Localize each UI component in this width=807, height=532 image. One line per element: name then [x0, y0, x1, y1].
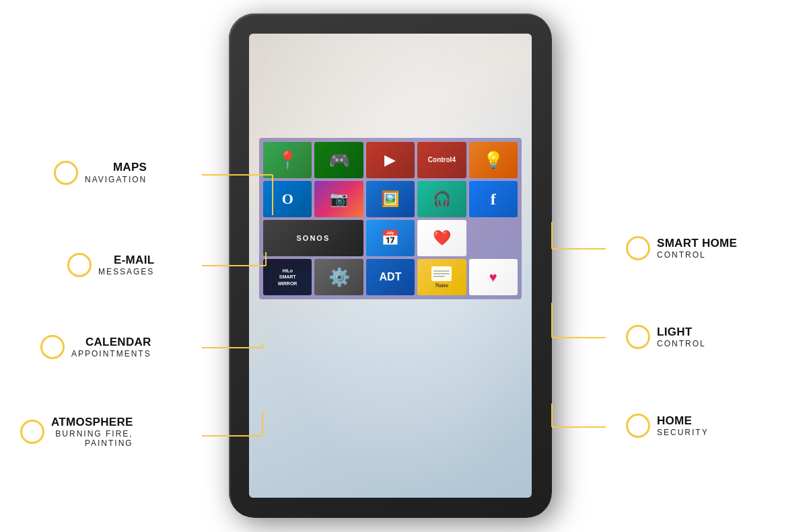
- tile-calendar2[interactable]: 📅: [366, 220, 415, 256]
- callout-smarthome-text: SMART HOME CONTROL: [657, 237, 737, 260]
- adt-label: ADT: [380, 271, 402, 283]
- callout-smarthome: SMART HOME CONTROL: [626, 236, 737, 260]
- email-circle: [67, 253, 92, 277]
- light-circle: [626, 325, 650, 349]
- notes-paper-icon: [431, 266, 452, 281]
- app-row-2: O 📷 🖼️ 🎧 f: [263, 181, 518, 217]
- tile-notes[interactable]: Notes: [417, 259, 466, 295]
- hilo-label: HiLoSMARTMIRROR: [278, 268, 297, 286]
- googlefit2-icon: ♥: [489, 270, 497, 285]
- tile-googlefit[interactable]: ❤️: [417, 220, 466, 256]
- video-icon: ▶: [384, 151, 396, 169]
- smarthome-subtitle: CONTROL: [657, 250, 737, 260]
- homesecurity-subtitle: SECURITY: [657, 428, 709, 437]
- tile-video[interactable]: ▶: [366, 142, 415, 178]
- app-row-3: SONOS 📅 ❤️: [263, 220, 518, 256]
- tile-headphones[interactable]: 🎧: [417, 181, 466, 217]
- sonos-label: SONOS: [297, 234, 330, 242]
- facebook-icon: f: [491, 190, 496, 208]
- light-title: LIGHT: [657, 326, 706, 339]
- tile-settings[interactable]: ⚙️: [314, 259, 363, 295]
- notes-label: Notes: [435, 282, 448, 289]
- callout-calendar: CALENDAR APPOINTMENTS: [40, 335, 151, 359]
- email-subtitle: MESSAGES: [98, 267, 154, 276]
- maps-circle: [54, 161, 78, 185]
- tile-sonos[interactable]: SONOS: [263, 220, 363, 256]
- atmosphere-title: ATMOSPHERE: [51, 416, 133, 429]
- bulb-icon: 💡: [483, 151, 503, 169]
- callout-calendar-text: CALENDAR APPOINTMENTS: [71, 336, 151, 358]
- calendar-circle: [40, 335, 65, 359]
- instagram-icon: 📷: [330, 190, 348, 208]
- light-subtitle: CONTROL: [657, 339, 706, 348]
- callout-light-text: LIGHT CONTROL: [657, 326, 706, 348]
- tile-outlook[interactable]: O: [263, 181, 312, 217]
- outlook-icon: O: [282, 190, 293, 208]
- callout-atmosphere: ATMOSPHERE BURNING FIRE, PAINTING: [20, 416, 133, 448]
- tile-instagram[interactable]: 📷: [314, 181, 363, 217]
- homesecurity-circle: [626, 414, 650, 438]
- tile-hilo[interactable]: HiLoSMARTMIRROR: [263, 259, 312, 295]
- email-title: E-MAIL: [98, 254, 154, 267]
- settings-icon: ⚙️: [328, 267, 350, 288]
- callout-homesecurity-text: HOME SECURITY: [657, 414, 709, 437]
- tablet-screen: 📍 🎮 ▶ Control4 💡: [249, 34, 532, 498]
- maps-subtitle: NAVIGATION: [85, 175, 147, 186]
- app-grid-container: 📍 🎮 ▶ Control4 💡: [259, 138, 522, 299]
- app-row-4: HiLoSMARTMIRROR ⚙️ ADT Notes: [263, 259, 518, 295]
- smarthome-title: SMART HOME: [657, 237, 737, 250]
- atmosphere-circle: [20, 420, 44, 444]
- callout-email: E-MAIL MESSAGES: [67, 253, 154, 277]
- tile-facebook[interactable]: f: [469, 181, 518, 217]
- tile-xbox[interactable]: 🎮: [314, 142, 363, 178]
- tile-light[interactable]: 💡: [469, 142, 518, 178]
- homesecurity-title: HOME: [657, 414, 709, 428]
- calendar-title: CALENDAR: [71, 336, 151, 349]
- tile-control4[interactable]: Control4: [417, 142, 466, 178]
- photos-icon: 🖼️: [381, 190, 399, 208]
- atmosphere-subtitle: BURNING FIRE,: [51, 429, 133, 439]
- headphones-icon: 🎧: [433, 190, 451, 208]
- atmosphere-subtitle2: PAINTING: [51, 439, 133, 448]
- googlefit-icon: ❤️: [433, 229, 451, 247]
- tile-googlefit2[interactable]: ♥: [469, 259, 518, 295]
- calendar2-icon: 📅: [381, 229, 399, 247]
- tile-adt[interactable]: ADT: [366, 259, 415, 295]
- calendar-subtitle: APPOINTMENTS: [71, 349, 151, 358]
- callout-atmosphere-text: ATMOSPHERE BURNING FIRE, PAINTING: [51, 416, 133, 448]
- maps-pin-icon: 📍: [277, 150, 298, 171]
- xbox-icon: 🎮: [328, 150, 350, 171]
- callout-maps: MAPS NAVIGATION: [54, 160, 147, 186]
- control4-label: Control4: [428, 156, 456, 164]
- app-row-1: 📍 🎮 ▶ Control4 💡: [263, 142, 518, 178]
- tile-photos[interactable]: 🖼️: [366, 181, 415, 217]
- maps-title: MAPS: [85, 160, 147, 175]
- tablet-device: 📍 🎮 ▶ Control4 💡: [229, 13, 552, 518]
- callout-maps-text: MAPS NAVIGATION: [85, 160, 147, 186]
- callout-homesecurity: HOME SECURITY: [626, 414, 709, 438]
- smarthome-circle: [626, 236, 650, 260]
- tile-maps[interactable]: 📍: [263, 142, 312, 178]
- callout-light: LIGHT CONTROL: [626, 325, 706, 349]
- callout-email-text: E-MAIL MESSAGES: [98, 254, 154, 276]
